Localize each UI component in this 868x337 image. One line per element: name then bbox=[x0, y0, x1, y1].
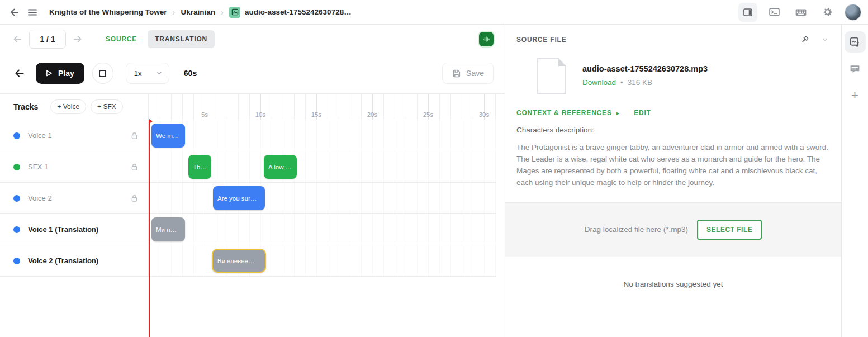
playback-speed-value: 1x bbox=[134, 69, 142, 78]
track-name: Voice 1 (Translation) bbox=[28, 225, 98, 234]
audio-clip[interactable]: A low,… bbox=[264, 155, 297, 179]
comments-panel-icon[interactable] bbox=[845, 58, 866, 79]
tracks-region: Tracks + Voice + SFX 5s10s15s20s25s30s V… bbox=[0, 93, 505, 337]
timeline-duration: 60s bbox=[184, 69, 197, 78]
menu-icon[interactable] bbox=[23, 3, 41, 21]
panel-toggle-icon[interactable] bbox=[738, 3, 757, 22]
next-page-icon[interactable] bbox=[72, 33, 84, 45]
terminal-icon[interactable] bbox=[765, 3, 784, 21]
settings-gear-icon[interactable] bbox=[818, 3, 837, 21]
audio-clip[interactable]: Ви впевне… bbox=[212, 249, 266, 273]
tab-translation[interactable]: TRANSLATION bbox=[148, 30, 215, 48]
dot-separator: • bbox=[620, 78, 623, 87]
source-file-title: SOURCE FILE bbox=[516, 36, 566, 44]
track-label[interactable]: SFX 1 bbox=[0, 151, 148, 182]
source-file-row: audio-asset-1755242630728.mp3 Download •… bbox=[537, 58, 830, 94]
playback-speed-select[interactable]: 1x bbox=[126, 63, 169, 84]
track-name: Voice 2 (Translation) bbox=[28, 257, 98, 265]
save-button-label: Save bbox=[466, 69, 484, 78]
timeline-empty-area bbox=[0, 277, 496, 337]
ruler-tick-label: 10s bbox=[255, 111, 266, 118]
track-lane[interactable]: Th…A low,… bbox=[148, 151, 496, 182]
ruler-tick-label: 20s bbox=[367, 111, 378, 118]
track-label[interactable]: Voice 2 bbox=[0, 183, 148, 213]
audio-clip[interactable]: Ми п… bbox=[151, 217, 185, 241]
breadcrumb-asset[interactable]: audio-asset-1755242630728… bbox=[229, 7, 352, 18]
play-icon bbox=[44, 68, 54, 78]
breadcrumb-project[interactable]: Knights of the Whispering Tower bbox=[49, 8, 167, 16]
track-row: SFX 1Th…A low,… bbox=[0, 151, 496, 183]
app-window: Knights of the Whispering Tower › Ukrain… bbox=[0, 0, 868, 337]
pin-icon[interactable] bbox=[799, 34, 811, 45]
ruler-tick-label: 30s bbox=[479, 111, 490, 118]
back-icon[interactable] bbox=[6, 3, 23, 21]
exit-player-icon[interactable] bbox=[11, 65, 28, 82]
track-row: Voice 1 (Translation)Ми п… bbox=[0, 214, 496, 245]
editor-column: 1 / 1 SOURCE TRANSLATION Play bbox=[0, 25, 505, 337]
select-file-button[interactable]: SELECT FILE bbox=[697, 220, 762, 240]
source-file-panel: SOURCE FILE audio-asset-1755242630728.mp… bbox=[505, 25, 841, 337]
edit-context-link[interactable]: EDIT bbox=[634, 109, 651, 117]
audio-clip[interactable]: We m… bbox=[151, 124, 185, 148]
page-indicator[interactable]: 1 / 1 bbox=[29, 30, 66, 49]
track-color-dot bbox=[13, 195, 20, 202]
page-navigation-row: 1 / 1 SOURCE TRANSLATION bbox=[0, 25, 505, 53]
file-size: 316 KB bbox=[628, 78, 652, 87]
breadcrumb-separator: › bbox=[221, 7, 224, 17]
track-lane[interactable]: We m… bbox=[148, 120, 496, 151]
track-lane[interactable]: Are you sur… bbox=[148, 183, 496, 213]
user-avatar[interactable] bbox=[845, 4, 861, 21]
ruler-tick-label: 5s bbox=[201, 111, 208, 118]
context-references-link[interactable]: CONTEXT & REFERENCES bbox=[516, 109, 612, 117]
media-asset-panel-icon[interactable] bbox=[845, 31, 866, 53]
track-lane[interactable]: Ми п… bbox=[148, 214, 496, 245]
download-link[interactable]: Download bbox=[582, 78, 616, 87]
ruler-tick-label: 15s bbox=[311, 111, 322, 118]
track-lane[interactable]: Ви впевне… bbox=[148, 245, 496, 276]
dubbing-app-icon[interactable] bbox=[479, 32, 494, 46]
play-button[interactable]: Play bbox=[36, 63, 84, 84]
localized-file-dropzone[interactable]: Drag localized file here (*.mp3) SELECT … bbox=[505, 202, 841, 257]
tab-source[interactable]: SOURCE bbox=[98, 30, 144, 48]
dropzone-hint: Drag localized file here (*.mp3) bbox=[585, 225, 688, 234]
add-sfx-button[interactable]: + SFX bbox=[91, 99, 123, 114]
track-row: Voice 2Are you sur… bbox=[0, 183, 496, 214]
breadcrumb-asset-label: audio-asset-1755242630728… bbox=[245, 8, 352, 16]
file-document-icon bbox=[537, 58, 567, 94]
description-title: Characters description: bbox=[516, 126, 830, 134]
lock-icon[interactable] bbox=[130, 162, 139, 172]
playhead[interactable] bbox=[149, 120, 150, 337]
description-body: The Protagonist is a brave ginger tabby,… bbox=[516, 142, 830, 189]
track-color-dot bbox=[13, 164, 20, 170]
lock-icon[interactable] bbox=[130, 131, 139, 140]
audio-clip[interactable]: Th… bbox=[188, 155, 211, 179]
top-bar-actions bbox=[738, 3, 861, 22]
track-label[interactable]: Voice 1 (Translation) bbox=[0, 214, 148, 245]
translations-empty-state: No translations suggested yet bbox=[505, 257, 841, 337]
add-voice-button[interactable]: + Voice bbox=[50, 99, 86, 114]
context-arrow-icon: ▸ bbox=[616, 110, 620, 117]
prev-page-icon[interactable] bbox=[11, 33, 23, 45]
breadcrumb-separator: › bbox=[173, 7, 176, 17]
track-row: Voice 2 (Translation)Ви впевне… bbox=[0, 245, 496, 277]
view-tabs: SOURCE TRANSLATION bbox=[98, 30, 215, 48]
collapse-chevron-icon[interactable] bbox=[820, 35, 830, 45]
track-color-dot bbox=[13, 226, 20, 233]
timeline-ruler[interactable]: 5s10s15s20s25s30s bbox=[148, 94, 496, 120]
track-label[interactable]: Voice 2 (Translation) bbox=[0, 245, 148, 276]
asset-thumbnail-icon bbox=[229, 7, 240, 18]
save-icon bbox=[452, 69, 461, 78]
track-label[interactable]: Voice 1 bbox=[0, 120, 148, 151]
right-rail: + bbox=[841, 25, 868, 337]
top-bar: Knights of the Whispering Tower › Ukrain… bbox=[0, 0, 868, 25]
breadcrumb-language[interactable]: Ukrainian bbox=[181, 8, 216, 16]
add-panel-icon[interactable]: + bbox=[845, 85, 866, 106]
audio-clip[interactable]: Are you sur… bbox=[213, 186, 265, 210]
keyboard-icon[interactable] bbox=[791, 3, 810, 22]
stop-button[interactable] bbox=[92, 63, 113, 84]
save-button[interactable]: Save bbox=[442, 63, 494, 84]
stop-icon bbox=[99, 70, 106, 77]
track-color-dot bbox=[13, 132, 20, 139]
track-name: Voice 1 bbox=[28, 131, 52, 140]
lock-icon[interactable] bbox=[130, 193, 139, 203]
